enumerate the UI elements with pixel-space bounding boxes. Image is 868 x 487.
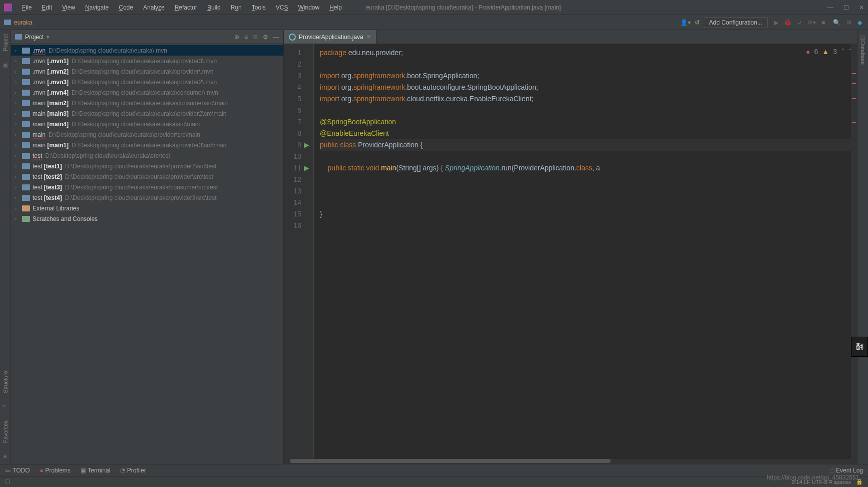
toolwin-structure[interactable]: Structure xyxy=(3,371,9,393)
close-button[interactable]: ✕ xyxy=(859,4,864,11)
chevron-up-icon[interactable]: ˄ xyxy=(841,46,844,58)
add-configuration-button[interactable]: Add Configuration... xyxy=(704,17,768,28)
menu-refactor[interactable]: Refactor xyxy=(171,2,201,13)
codewithme-icon[interactable]: ◆ xyxy=(857,19,862,26)
settings-icon[interactable]: ⚙ xyxy=(846,19,852,26)
tree-item[interactable]: ›main [main2]D:\Desktop\spring cloud\eur… xyxy=(11,98,283,108)
gutter-line[interactable]: 7 xyxy=(284,116,309,128)
chevron-right-icon[interactable]: › xyxy=(15,111,22,116)
maximize-button[interactable]: ☐ xyxy=(843,4,849,11)
tree-item[interactable]: ›main [main3]D:\Desktop\spring cloud\eur… xyxy=(11,108,283,119)
menu-file[interactable]: File xyxy=(18,2,36,13)
menu-vcs[interactable]: VCS xyxy=(272,2,292,13)
collapse-icon[interactable]: ≣ xyxy=(253,34,258,41)
gutter-line[interactable]: 4 xyxy=(284,82,309,93)
gutter-line[interactable]: 11 ▶ xyxy=(284,162,309,174)
chevron-right-icon[interactable]: › xyxy=(15,216,22,221)
gutter-line[interactable]: 3 xyxy=(284,70,309,82)
tree-item[interactable]: ›.mvn [.mvn1]D:\Desktop\spring cloud\eur… xyxy=(11,56,283,66)
stop-icon[interactable]: ■ xyxy=(821,19,825,26)
breadcrumb[interactable]: euraka xyxy=(14,19,33,26)
code-lines[interactable]: ●6 ▲3 ˄ ˅ package edu.neu.provider; impo… xyxy=(314,44,857,459)
user-add-icon[interactable]: 👤▾ xyxy=(680,19,691,26)
chevron-right-icon[interactable]: › xyxy=(15,80,22,85)
chevron-right-icon[interactable]: › xyxy=(15,101,22,106)
toolwin-project[interactable]: Project xyxy=(3,34,9,51)
chevron-right-icon[interactable]: › xyxy=(15,132,22,137)
expand-icon[interactable]: ≡ xyxy=(244,34,248,41)
chevron-right-icon[interactable]: › xyxy=(15,174,22,179)
menu-window[interactable]: Window xyxy=(294,2,323,13)
gear-icon[interactable]: ⚙ xyxy=(263,34,268,41)
tree-item[interactable]: ›testD:\Desktop\spring cloud\euraka\eura… xyxy=(11,150,283,161)
gutter-line[interactable]: 13 xyxy=(284,185,309,197)
menu-navigate[interactable]: Navigate xyxy=(81,2,113,13)
gutter-line[interactable]: 1 xyxy=(284,47,309,59)
gutter-line[interactable]: 9 ▶ xyxy=(284,139,309,151)
close-tab-icon[interactable]: ✕ xyxy=(366,34,371,40)
tree-item[interactable]: ›test [test3]D:\Desktop\spring cloud\eur… xyxy=(11,182,283,192)
todo-tab[interactable]: ≔ TODO xyxy=(5,467,30,474)
gutter-line[interactable]: 6 xyxy=(284,105,309,116)
gutter-line[interactable]: 16 xyxy=(284,220,309,231)
gutter-line[interactable]: 10 xyxy=(284,151,309,162)
search-icon[interactable]: 🔍 xyxy=(833,19,840,26)
toolwin-favorites[interactable]: Favorites xyxy=(3,420,9,443)
menu-code[interactable]: Code xyxy=(115,2,137,13)
chevron-right-icon[interactable]: › xyxy=(15,69,22,74)
profile-icon[interactable]: ⟳▾ xyxy=(808,19,816,26)
menu-view[interactable]: View xyxy=(58,2,79,13)
minimize-button[interactable]: ― xyxy=(827,4,833,11)
chevron-right-icon[interactable]: › xyxy=(15,59,22,64)
menu-help[interactable]: Help xyxy=(325,2,346,13)
problems-tab[interactable]: ● Problems xyxy=(40,467,71,474)
gutter-line[interactable]: 14 xyxy=(284,197,309,208)
chevron-right-icon[interactable]: › xyxy=(15,143,22,148)
tree-item[interactable]: ›mainD:\Desktop\spring cloud\euraka\eura… xyxy=(11,129,283,140)
lock-icon[interactable]: 🔒 xyxy=(856,478,863,485)
hide-icon[interactable]: ― xyxy=(273,34,279,41)
gutter-line[interactable]: 2 xyxy=(284,59,309,70)
inspection-indicators[interactable]: ●6 ▲3 ˄ ˅ xyxy=(806,46,852,58)
chevron-down-icon[interactable]: ▼ xyxy=(46,35,50,40)
tree-item[interactable]: ›test [test4]D:\Desktop\spring cloud\eur… xyxy=(11,192,283,203)
tree-item[interactable]: ›test [test2]D:\Desktop\spring cloud\eur… xyxy=(11,171,283,182)
gutter-line[interactable]: 8 xyxy=(284,128,309,139)
toolwin-database[interactable]: Database xyxy=(860,41,866,65)
error-stripe[interactable] xyxy=(851,44,857,459)
event-log-tab[interactable]: ◌ Event Log xyxy=(829,467,863,474)
status-right[interactable]: 9:14 LF UTF-8 4 spaces xyxy=(791,479,851,485)
tree-item[interactable]: ›test [test1]D:\Desktop\spring cloud\eur… xyxy=(11,161,283,171)
editor-body[interactable]: 1 2 3 4 5 6 7 8 9 ▶10 11 ▶12 13 14 15 16… xyxy=(284,44,857,459)
run-gutter-icon[interactable]: ▶ xyxy=(303,162,309,174)
tree-item[interactable]: ›main [main4]D:\Desktop\spring cloud\eur… xyxy=(11,119,283,129)
menu-build[interactable]: Build xyxy=(203,2,225,13)
tree-item[interactable]: ›.mvnD:\Desktop\spring cloud\euraka\eura… xyxy=(11,45,283,56)
chevron-right-icon[interactable]: › xyxy=(15,195,22,200)
translate-button[interactable]: 翻 xyxy=(851,337,868,357)
gutter-line[interactable]: 5 xyxy=(284,93,309,105)
database-icon[interactable]: ▤ xyxy=(860,34,865,41)
chevron-right-icon[interactable]: › xyxy=(15,164,22,169)
menu-analyze[interactable]: Analyze xyxy=(139,2,169,13)
coverage-icon[interactable]: ⤾ xyxy=(797,19,802,26)
menu-run[interactable]: Run xyxy=(227,2,246,13)
chevron-right-icon[interactable]: › xyxy=(15,206,22,211)
run-icon[interactable]: ▶ xyxy=(774,19,778,26)
chevron-right-icon[interactable]: › xyxy=(15,153,22,158)
chevron-right-icon[interactable]: › xyxy=(15,122,22,127)
chevron-right-icon[interactable]: › xyxy=(15,90,22,95)
chevron-right-icon[interactable]: › xyxy=(15,185,22,190)
run-gutter-icon[interactable]: ▶ xyxy=(303,139,309,151)
gutter-line[interactable]: 15 xyxy=(284,208,309,220)
terminal-tab[interactable]: ▣ Terminal xyxy=(81,467,110,474)
profiler-tab[interactable]: ◔ Profiler xyxy=(120,467,146,474)
build-icon[interactable]: ↺ xyxy=(695,19,700,26)
tree-item[interactable]: ›.mvn [.mvn2]D:\Desktop\spring cloud\eur… xyxy=(11,66,283,77)
tree-item[interactable]: ›Scratches and Consoles xyxy=(11,213,283,224)
chevron-right-icon[interactable]: › xyxy=(15,48,22,53)
tree-item[interactable]: ›.mvn [.mvn4]D:\Desktop\spring cloud\eur… xyxy=(11,87,283,98)
debug-icon[interactable]: 🐞 xyxy=(784,19,791,26)
tab-provider-application[interactable]: ProviderApplication.java ✕ xyxy=(284,30,376,44)
project-title[interactable]: Project xyxy=(25,34,44,41)
